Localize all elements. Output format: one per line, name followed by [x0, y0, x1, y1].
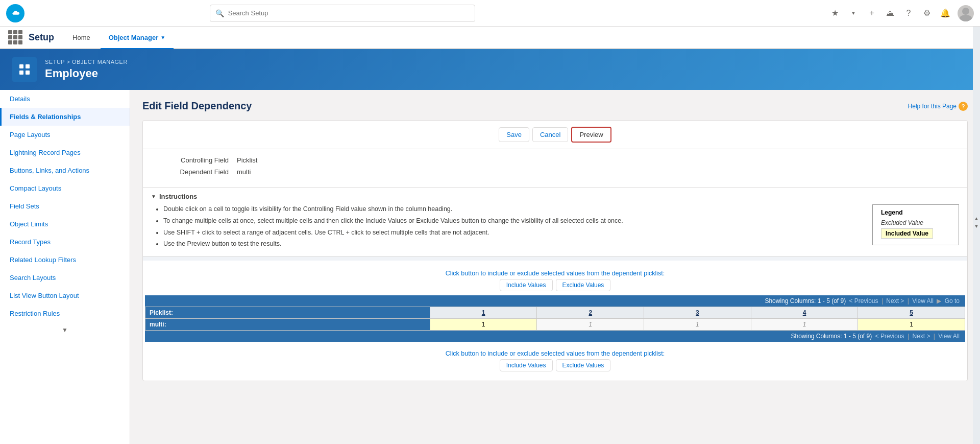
favorites-icon[interactable]: ★ [829, 7, 841, 19]
cancel-button[interactable]: Cancel [532, 127, 568, 142]
setup-icon[interactable]: ⛰ [884, 7, 896, 19]
cell-2[interactable]: 1 [537, 319, 644, 331]
search-input[interactable] [228, 9, 470, 17]
settings-icon[interactable]: ⚙ [921, 7, 933, 19]
instruction-item: Use the Preview button to test the resul… [163, 239, 860, 249]
breadcrumb-object-manager[interactable]: OBJECT MANAGER [72, 59, 128, 65]
include-values-button-top[interactable]: Include Values [500, 279, 553, 291]
table-col-header-4[interactable]: 4 [751, 307, 858, 319]
table-col-header-3[interactable]: 3 [644, 307, 751, 319]
sidebar-item-page-layouts[interactable]: Page Layouts [0, 126, 130, 144]
prev-columns-top[interactable]: < Previous [849, 297, 878, 305]
next-columns-top[interactable]: Next > [886, 297, 904, 305]
sidebar-item-compact-layouts[interactable]: Compact Layouts [0, 179, 130, 197]
legend-title: Legend [881, 209, 950, 216]
table-col-header-2[interactable]: 2 [537, 307, 644, 319]
app-name: Setup [29, 32, 54, 43]
main-card: Save Cancel Preview Controlling Field Pi… [142, 120, 968, 381]
sidebar-item-restriction-rules[interactable]: Restriction Rules [0, 305, 130, 322]
header-text: SETUP > OBJECT MANAGER Employee [45, 59, 128, 80]
sidebar-item-fields-relationships[interactable]: Fields & Relationships [0, 108, 130, 126]
sidebar-item-search-layouts[interactable]: Search Layouts [0, 269, 130, 287]
cell-5[interactable]: 1 [858, 319, 965, 331]
include-exclude-instruction-top: Click button to include or exclude selec… [143, 266, 967, 279]
view-all-bottom[interactable]: View All [938, 333, 960, 340]
next-columns-bottom[interactable]: Next > [912, 333, 930, 340]
bell-icon[interactable]: 🔔 [939, 7, 951, 19]
right-scroll-handle[interactable]: ▲ ▼ [973, 0, 980, 444]
svg-rect-4 [26, 64, 30, 68]
table-nav-top: Showing Columns: 1 - 5 (of 9) < Previous… [145, 295, 965, 307]
sidebar-item-record-types[interactable]: Record Types [0, 233, 130, 251]
legend-box: Legend Excluded Value Included Value [872, 204, 959, 245]
instructions-header[interactable]: ▼ Instructions [151, 193, 959, 200]
dependent-field-row: Dependent Field multi [155, 168, 955, 176]
sidebar-item-related-lookup-filters[interactable]: Related Lookup Filters [0, 251, 130, 269]
table-header-label: Picklist: [145, 307, 430, 319]
svg-rect-5 [19, 71, 23, 75]
chevron-down-icon: ▼ [160, 35, 165, 40]
sidebar-scroll-down[interactable]: ▼ [0, 322, 130, 338]
prev-columns-bottom[interactable]: < Previous [875, 333, 904, 340]
row-label: multi: [145, 319, 430, 331]
button-toolbar: Save Cancel Preview [143, 121, 967, 149]
cell-1[interactable]: 1 [430, 319, 537, 331]
instruction-item: Double click on a cell to toggle its vis… [163, 204, 860, 214]
avatar[interactable] [958, 5, 974, 21]
salesforce-logo[interactable] [6, 4, 24, 22]
dependent-field-label: Dependent Field [155, 168, 237, 176]
sidebar-item-buttons-links-actions[interactable]: Buttons, Links, and Actions [0, 161, 130, 179]
sidebar: Details Fields & Relationships Page Layo… [0, 90, 130, 444]
sidebar-item-object-limits[interactable]: Object Limits [0, 215, 130, 233]
top-navigation: 🔍 ★ ▼ ＋ ⛰ ? ⚙ 🔔 [0, 0, 980, 27]
showing-columns-top: Showing Columns: 1 - 5 (of 9) [765, 297, 846, 305]
page-title: Employee [45, 67, 128, 80]
sidebar-item-details[interactable]: Details [0, 90, 130, 108]
table-col-header-1[interactable]: 1 [430, 307, 537, 319]
preview-button[interactable]: Preview [571, 127, 611, 143]
view-all-top[interactable]: View All [912, 297, 934, 305]
scroll-down-arrow[interactable]: ▼ [974, 223, 979, 229]
app-launcher-icon[interactable] [8, 30, 22, 44]
go-to-top[interactable]: Go to [945, 297, 960, 305]
sidebar-item-field-sets[interactable]: Field Sets [0, 197, 130, 215]
exclude-values-button-bottom[interactable]: Exclude Values [556, 359, 611, 371]
table-col-header-5[interactable]: 5 [858, 307, 965, 319]
main-layout: Details Fields & Relationships Page Layo… [0, 90, 980, 444]
save-button[interactable]: Save [499, 127, 529, 142]
controlling-field-value: Picklist [237, 156, 257, 164]
cell-4[interactable]: 1 [751, 319, 858, 331]
scroll-up-arrow[interactable]: ▲ [974, 216, 979, 221]
favorites-dropdown-icon[interactable]: ▼ [847, 7, 860, 19]
sidebar-item-lightning-record-pages[interactable]: Lightning Record Pages [0, 144, 130, 161]
instructions-title: Instructions [159, 193, 197, 200]
include-values-button-bottom[interactable]: Include Values [500, 359, 553, 371]
legend-excluded-item: Excluded Value [881, 219, 950, 226]
cell-3[interactable]: 1 [644, 319, 751, 331]
nav-icons: ★ ▼ ＋ ⛰ ? ⚙ 🔔 [829, 5, 974, 21]
tab-home[interactable]: Home [64, 27, 99, 49]
page-header: SETUP > OBJECT MANAGER Employee [0, 49, 980, 90]
svg-rect-3 [19, 64, 23, 68]
object-icon [12, 57, 37, 82]
breadcrumb-setup[interactable]: SETUP [45, 59, 65, 65]
section-divider [143, 256, 967, 261]
help-page-icon: ? [959, 102, 968, 111]
edit-field-dependency-title: Edit Field Dependency [142, 100, 252, 112]
table-nav-bottom: Showing Columns: 1 - 5 (of 9) < Previous… [145, 331, 965, 342]
include-exclude-instruction-bottom: Click button to include or exclude selec… [143, 346, 967, 359]
help-icon[interactable]: ? [902, 7, 915, 19]
sidebar-item-list-view-button-layout[interactable]: List View Button Layout [0, 287, 130, 305]
svg-rect-6 [26, 71, 30, 75]
showing-columns-bottom: Showing Columns: 1 - 5 (of 9) [791, 333, 872, 340]
instruction-item: To change multiple cells at once, select… [163, 216, 860, 226]
instructions-list: Double click on a cell to toggle its vis… [151, 204, 860, 251]
exclude-values-button-top[interactable]: Exclude Values [556, 279, 611, 291]
add-icon[interactable]: ＋ [866, 7, 878, 19]
search-bar[interactable]: 🔍 [210, 5, 475, 22]
controlling-field-label: Controlling Field [155, 156, 237, 164]
dependency-table-wrapper: Showing Columns: 1 - 5 (of 9) < Previous… [143, 295, 967, 342]
help-link[interactable]: Help for this Page ? [908, 102, 968, 111]
table-button-row-top: Include Values Exclude Values [143, 279, 967, 291]
tab-object-manager[interactable]: Object Manager ▼ [101, 27, 174, 49]
